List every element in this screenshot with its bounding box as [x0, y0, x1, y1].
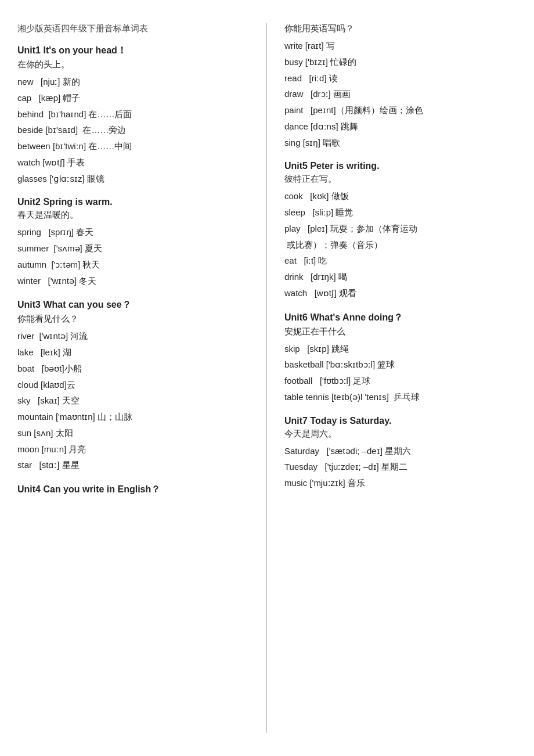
word-dance: dance [dɑːns] 跳舞 — [284, 118, 522, 135]
word-football: football ['fʊtbɔːl] 足球 — [284, 373, 522, 389]
word-tuesday: Tuesday ['tjuːzdeɪ; –dɪ] 星期二 — [284, 459, 522, 475]
unit4-section: Unit4 Can you write in English？ — [17, 484, 255, 496]
word-paint: paint [peɪnt]（用颜料）绘画；涂色 — [284, 102, 522, 118]
unit6-section: Unit6 What's Anne doing？ 安妮正在干什么 skip [s… — [284, 312, 522, 405]
unit3-title: Unit3 What can you see？ — [17, 299, 255, 311]
unit5-subtitle: 彼特正在写。 — [284, 174, 522, 185]
word-sing: sing [sɪŋ] 唱歌 — [284, 135, 522, 151]
unit4-cont-subtitle: 你能用英语写吗？ — [284, 23, 522, 34]
word-spring: spring [sprɪŋ] 春天 — [17, 224, 255, 240]
word-sun: sun [sʌn] 太阳 — [17, 425, 255, 441]
page-title: 湘少版英语四年级下册音标单词表 — [17, 23, 255, 34]
unit5-section: Unit5 Peter is writing. 彼特正在写。 cook [kʊk… — [284, 161, 522, 301]
word-beside: beside [bɪ'saɪd] 在……旁边 — [17, 122, 255, 138]
unit4-title: Unit4 Can you write in English？ — [17, 484, 255, 496]
unit7-title: Unit7 Today is Saturday. — [284, 416, 522, 426]
word-mountain: mountain ['maʊntɪn] 山；山脉 — [17, 409, 255, 425]
word-read: read [riːd] 读 — [284, 70, 522, 87]
word-basketball: basketball ['bɑːskɪtbɔːl] 篮球 — [284, 357, 522, 373]
unit4-cont-section: 你能用英语写吗？ write [raɪt] 写 busy ['bɪzɪ] 忙碌的… — [284, 23, 522, 150]
unit6-title: Unit6 What's Anne doing？ — [284, 312, 522, 324]
word-cloud: cloud [klaʊd]云 — [17, 377, 255, 393]
word-busy: busy ['bɪzɪ] 忙碌的 — [284, 54, 522, 70]
word-sky: sky [skaɪ] 天空 — [17, 393, 255, 409]
word-drink: drink [drɪŋk] 喝 — [284, 269, 522, 285]
unit1-section: Unit1 It's on your head！ 在你的头上。 new [nju… — [17, 45, 255, 186]
word-cap: cap [kæp] 帽子 — [17, 90, 255, 106]
left-column: 湘少版英语四年级下册音标单词表 Unit1 It's on your head！… — [0, 23, 267, 733]
unit6-subtitle: 安妮正在干什么 — [284, 326, 522, 337]
unit1-title: Unit1 It's on your head！ — [17, 45, 255, 57]
word-winter: winter ['wɪntə] 冬天 — [17, 273, 255, 289]
word-write: write [raɪt] 写 — [284, 38, 522, 54]
word-watch2: watch [wɒtʃ] 观看 — [284, 285, 522, 301]
word-draw: draw [drɔː] 画画 — [284, 86, 522, 102]
unit2-title: Unit2 Spring is warm. — [17, 197, 255, 207]
unit5-title: Unit5 Peter is writing. — [284, 161, 522, 171]
word-music: music ['mjuːzɪk] 音乐 — [284, 475, 522, 491]
word-watch: watch [wɒtʃ] 手表 — [17, 154, 255, 171]
word-autumn: autumn ['ɔːtəm] 秋天 — [17, 257, 255, 273]
word-behind: behind [bɪ'haɪnd] 在……后面 — [17, 106, 255, 123]
page: 湘少版英语四年级下册音标单词表 Unit1 It's on your head！… — [0, 0, 534, 756]
word-cook: cook [kʊk] 做饭 — [284, 188, 522, 204]
unit7-subtitle: 今天是周六。 — [284, 429, 522, 440]
unit3-section: Unit3 What can you see？ 你能看见什么？ river ['… — [17, 299, 255, 473]
word-river: river ['wɪntə] 河流 — [17, 328, 255, 344]
unit7-section: Unit7 Today is Saturday. 今天是周六。 Saturday… — [284, 416, 522, 491]
word-lake: lake [leɪk] 湖 — [17, 344, 255, 361]
unit3-subtitle: 你能看见什么？ — [17, 314, 255, 325]
word-glasses: glasses ['ɡlɑːsɪz] 眼镜 — [17, 171, 255, 187]
word-sleep: sleep [sliːp] 睡觉 — [284, 204, 522, 221]
word-summer: summer ['sʌmə] 夏天 — [17, 240, 255, 257]
word-between: between [bɪ'twiːn] 在……中间 — [17, 138, 255, 154]
word-saturday: Saturday ['sætədi; –deɪ] 星期六 — [284, 443, 522, 459]
word-play: play [pleɪ] 玩耍；参加（体育运动 或比赛）；弹奏（音乐） — [284, 221, 522, 253]
word-boat: boat [bəʊt]小船 — [17, 361, 255, 377]
word-table-tennis: table tennis [teɪb(ə)l 'tenɪs] 乒乓球 — [284, 389, 522, 405]
unit2-section: Unit2 Spring is warm. 春天是温暖的。 spring [sp… — [17, 197, 255, 289]
right-column: 你能用英语写吗？ write [raɪt] 写 busy ['bɪzɪ] 忙碌的… — [267, 23, 534, 733]
word-skip: skip [skɪp] 跳绳 — [284, 341, 522, 357]
word-new: new [njuː] 新的 — [17, 74, 255, 90]
word-moon: moon [muːn] 月亮 — [17, 441, 255, 458]
unit1-subtitle: 在你的头上。 — [17, 59, 255, 70]
word-eat: eat [iːt] 吃 — [284, 253, 522, 269]
unit2-subtitle: 春天是温暖的。 — [17, 210, 255, 221]
word-star: star [stɑː] 星星 — [17, 457, 255, 473]
